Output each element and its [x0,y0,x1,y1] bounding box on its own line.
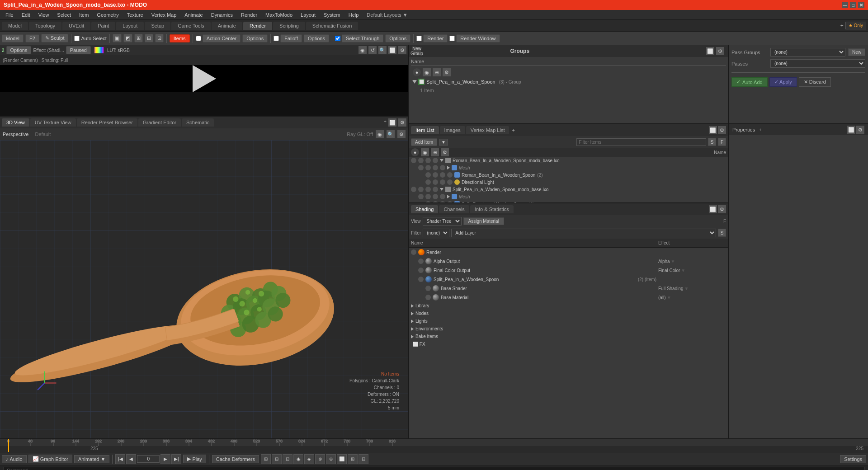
filter-items-input[interactable] [576,138,706,146]
shading-row-environments[interactable]: Environments [409,325,728,333]
eye-1[interactable]: ● [411,148,419,156]
tab-schematic[interactable]: Schematic [182,118,214,127]
shading-row-splitpea[interactable]: Split_Pea_in_a_Wooden_Spoon (2) (Item) [409,275,728,284]
item-row-mesh1[interactable]: Mesh [409,164,728,171]
view-plus-btn[interactable]: + [384,118,387,127]
view-settings-btn[interactable]: ⚙ [398,118,406,127]
select-through-btn[interactable]: Select Through [342,34,383,42]
f2-btn[interactable]: F2 [25,34,39,42]
close-btn[interactable]: ✕ [858,2,864,8]
item-list-expand-btn[interactable]: ⬜ [709,126,717,134]
transport-icon-2[interactable]: ⊟ [272,454,282,464]
shading-row-nodes[interactable]: Nodes [409,310,728,317]
item-row-obj2[interactable]: Split_Pea_in_a_Wooden_Spoon (2) [409,200,728,202]
tab-uvedit[interactable]: UVEdit [62,22,90,30]
shading-row-alpha[interactable]: Alpha Output Alpha ▼ [409,257,728,266]
tab-shading[interactable]: Shading [411,205,438,213]
item-row-obj1[interactable]: Roman_Bean_In_a_Wooden_Spoon (2) [409,171,728,179]
groups-icon-2[interactable]: ◉ [423,68,431,76]
menu-view[interactable]: View [35,11,53,19]
eye-3[interactable]: ⊕ [431,148,439,156]
minimize-btn[interactable]: — [842,2,848,8]
animated-btn[interactable]: Animated ▼ [74,455,109,463]
shading-row-finalcolor[interactable]: Final Color Output Final Color ▼ [409,266,728,275]
eye-2[interactable]: ◉ [421,148,429,156]
transport-icon-10[interactable]: ⊟ [359,454,368,464]
action-center-btn[interactable]: Action Center [203,34,241,42]
tab-render[interactable]: Render [243,22,272,30]
item-row-light1[interactable]: Directional Light [409,179,728,186]
assign-material-btn[interactable]: Assign Material [463,217,504,225]
shading-expand-btn[interactable]: ⬜ [709,205,717,213]
viewport-icon-1[interactable]: ◉ [376,130,384,138]
apply-btn[interactable]: ✓ Apply [769,77,797,87]
tool-icon-1[interactable]: ▣ [113,34,122,42]
item-row-file1[interactable]: Roman_Bean_In_a_Wooden_Spoon_modo_base.l… [409,157,728,164]
add-item-btn[interactable]: Add Item [411,138,437,146]
tab-render-preset-browser[interactable]: Render Preset Browser [77,118,137,127]
maximize-btn[interactable]: □ [850,2,856,8]
menu-item[interactable]: Item [75,11,92,19]
options-btn-3[interactable]: Options [385,34,410,42]
tool-icon-4[interactable]: ⊟ [145,34,153,42]
transport-icon-5[interactable]: ◈ [304,454,314,464]
menu-edit[interactable]: Edit [18,11,34,19]
properties-plus-btn[interactable]: + [759,127,761,132]
tab-channels[interactable]: Channels [439,205,469,213]
tab-uv-texture-view[interactable]: UV Texture View [30,118,76,127]
passes-select[interactable]: (none) [770,59,865,68]
properties-expand-btn[interactable]: ⬜ [847,126,855,134]
discard-btn[interactable]: ✕ Discard [799,77,831,87]
shading-row-baseshader[interactable]: Base Shader Full Shading ▼ [409,284,728,293]
tool-icon-2[interactable]: ◩ [123,34,132,42]
command-input[interactable] [4,467,864,470]
menu-maxtomodo[interactable]: MaxToModo [262,11,296,19]
timeline[interactable]: 0 48 96 144 192 240 288 336 384 432 480 … [0,438,868,452]
finalcolor-dropdown-icon[interactable]: ▼ [681,268,685,273]
add-item-dropdown-btn[interactable]: ▼ [439,139,448,146]
shading-row-basematerial[interactable]: Base Material (all) ▼ [409,293,728,302]
preview-icon-5[interactable]: ⚙ [398,46,406,54]
tab-paint[interactable]: Paint [91,22,115,30]
layout-plus-btn[interactable]: + [840,23,844,29]
falloff-btn[interactable]: Falloff [280,34,302,42]
view-expand-btn[interactable]: ⬜ [388,118,396,127]
groups-expand-btn[interactable]: ⬜ [706,47,714,55]
graph-editor-btn[interactable]: 📈 Graph Editor [28,455,72,463]
groups-settings-btn[interactable]: ⚙ [716,47,724,55]
audio-btn[interactable]: ♪ Audio [2,455,27,463]
tool-icon-3[interactable]: ⊞ [134,34,143,42]
frame-input[interactable] [137,455,160,463]
preview-paused-btn[interactable]: Paused [66,46,91,54]
groups-tree-item-1[interactable]: ⬜ Split_Pea_in_a_Woden_Spoon (3) - Group [411,77,726,86]
shading-view-select[interactable]: Shader Tree [423,217,462,226]
render-checkbox[interactable] [416,36,422,41]
groups-new-btn[interactable]: New Group [413,47,421,55]
options-btn-2[interactable]: Options [304,34,329,42]
menu-texture[interactable]: Texture [123,11,147,19]
item-list-s-btn[interactable]: S [708,138,716,146]
tab-game-tools[interactable]: Game Tools [171,22,211,30]
tab-3d-view[interactable]: 3D View [2,118,29,127]
preview-icon-2[interactable]: ↺ [368,46,377,54]
menu-geometry[interactable]: Geometry [93,11,122,19]
filter-none-select[interactable]: (none) [423,229,449,237]
item-list-f-btn[interactable]: F [718,138,726,146]
tab-item-list[interactable]: Item List [411,126,439,134]
tab-animate[interactable]: Animate [212,22,242,30]
groups-icon-3[interactable]: ⊕ [433,68,441,76]
eye-4[interactable]: ⚙ [441,148,449,156]
transport-start-btn[interactable]: |◀ [115,454,125,464]
transport-icon-9[interactable]: ⊞ [348,454,358,464]
shading-row-render[interactable]: Render [409,248,728,257]
cache-deformers-btn[interactable]: Cache Deformers [212,455,259,463]
menu-vertex-map[interactable]: Vertex Map [148,11,180,19]
alpha-dropdown-icon[interactable]: ▼ [671,259,675,264]
sculpt-btn[interactable]: ✎ Sculpt [41,34,69,42]
viewport-icon-3[interactable]: ⚙ [397,130,406,138]
transport-prev-btn[interactable]: ◀ [126,454,136,464]
menu-dynamics[interactable]: Dynamics [208,11,236,19]
transport-icon-8[interactable]: ⬜ [337,454,347,464]
falloff-checkbox[interactable] [274,36,279,41]
add-layer-select[interactable]: Add Layer [451,229,716,237]
